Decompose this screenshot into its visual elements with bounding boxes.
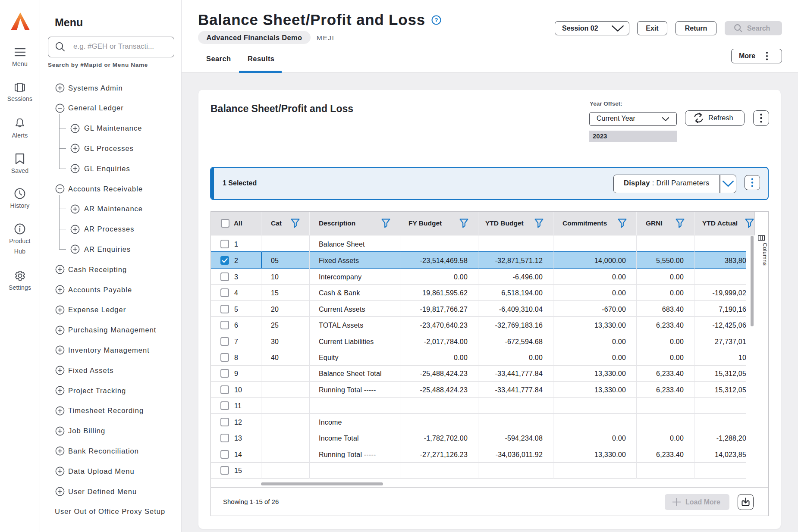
svg-text:?: ? xyxy=(435,17,438,23)
